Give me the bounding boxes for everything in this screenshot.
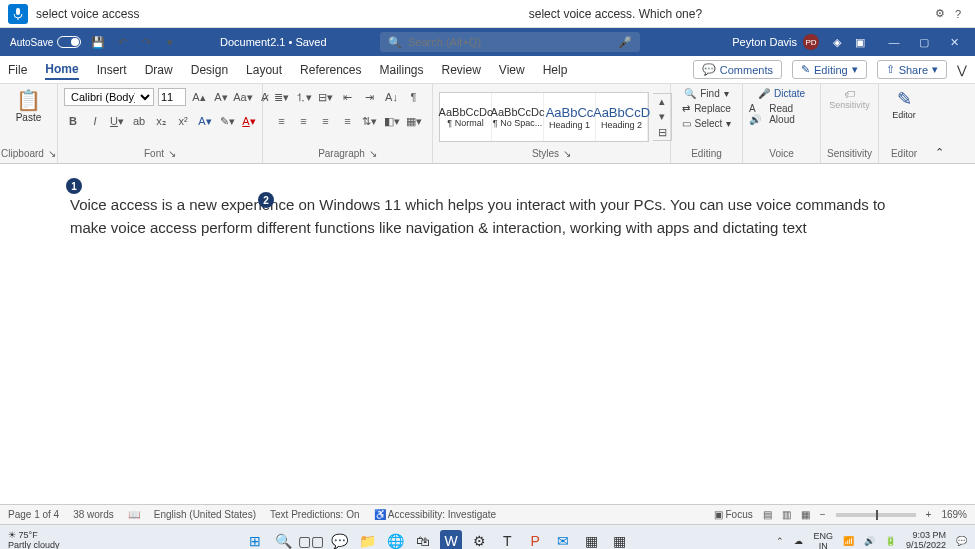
app-icon[interactable]: ▦ [580, 530, 602, 549]
search-box[interactable]: 🔍 🎤 [380, 32, 640, 52]
tab-home[interactable]: Home [45, 60, 78, 80]
document-body-text[interactable]: Voice access is a new experience on Wind… [70, 194, 905, 239]
comments-button[interactable]: 💬 Comments [693, 60, 782, 79]
style-nospacing[interactable]: AaBbCcDc¶ No Spac... [492, 93, 544, 141]
edge-icon[interactable]: 🌐 [384, 530, 406, 549]
subscript-button[interactable]: x₂ [152, 112, 170, 130]
styles-down-icon[interactable]: ▾ [653, 109, 671, 124]
tray-chevron-icon[interactable]: ⌃ [776, 536, 784, 546]
outlook-icon[interactable]: ✉ [552, 530, 574, 549]
word-icon[interactable]: W [440, 530, 462, 549]
find-button[interactable]: 🔍 Find ▾ [684, 88, 728, 99]
app-mode-icon[interactable]: ▣ [855, 36, 865, 49]
strike-button[interactable]: ab [130, 112, 148, 130]
language-indicator[interactable]: ENGIN [813, 531, 833, 549]
tab-help[interactable]: Help [543, 61, 568, 79]
document-canvas[interactable]: 1 2 Voice access is a new experience on … [0, 164, 975, 504]
web-layout-icon[interactable]: ▦ [801, 509, 810, 520]
highlight-icon[interactable]: ✎▾ [218, 112, 236, 130]
start-button[interactable]: ⊞ [244, 530, 266, 549]
document-title[interactable]: Document2.1 • Saved [220, 36, 370, 48]
styles-up-icon[interactable]: ▴ [653, 94, 671, 109]
weather-widget[interactable]: ☀ 75°F Partly cloudy [8, 531, 98, 549]
teams-icon[interactable]: T [496, 530, 518, 549]
borders-icon[interactable]: ▦▾ [405, 112, 423, 130]
style-heading1[interactable]: AaBbCcHeading 1 [544, 93, 596, 141]
italic-button[interactable]: I [86, 112, 104, 130]
tab-insert[interactable]: Insert [97, 61, 127, 79]
volume-icon[interactable]: 🔊 [864, 536, 875, 546]
redo-icon[interactable]: ↷ [137, 33, 155, 51]
styles-more-icon[interactable]: ⊟ [653, 125, 671, 140]
tab-mailings[interactable]: Mailings [379, 61, 423, 79]
powerpoint-icon[interactable]: P [524, 530, 546, 549]
search-taskbar-icon[interactable]: 🔍 [272, 530, 294, 549]
zoom-out-icon[interactable]: − [820, 509, 826, 520]
bullets-icon[interactable]: ≣▾ [273, 88, 291, 106]
multilevel-icon[interactable]: ⊟▾ [317, 88, 335, 106]
undo-icon[interactable]: ↶ [113, 33, 131, 51]
chat-icon[interactable]: 💬 [328, 530, 350, 549]
tab-file[interactable]: File [8, 61, 27, 79]
shading-icon[interactable]: ◧▾ [383, 112, 401, 130]
word-count[interactable]: 38 words [73, 509, 114, 520]
voice-badge-1[interactable]: 1 [66, 178, 82, 194]
page-count[interactable]: Page 1 of 4 [8, 509, 59, 520]
align-left-icon[interactable]: ≡ [273, 112, 291, 130]
ribbon-options-icon[interactable]: ⋁ [957, 63, 967, 77]
autosave-toggle[interactable]: AutoSave [10, 36, 81, 48]
spellcheck-icon[interactable]: 📖 [128, 509, 140, 520]
help-icon[interactable]: ? [955, 8, 961, 20]
font-name-select[interactable]: Calibri (Body) [64, 88, 154, 106]
font-color-icon[interactable]: A▾ [240, 112, 258, 130]
change-case-icon[interactable]: Aa▾ [234, 88, 252, 106]
accessibility-status[interactable]: ♿ Accessibility: Investigate [374, 509, 497, 520]
align-right-icon[interactable]: ≡ [317, 112, 335, 130]
style-normal[interactable]: AaBbCcDc¶ Normal [440, 93, 492, 141]
tab-layout[interactable]: Layout [246, 61, 282, 79]
read-aloud-button[interactable]: A🔊 Read Aloud [749, 103, 814, 125]
grow-font-icon[interactable]: A▴ [190, 88, 208, 106]
dialog-launcher-icon[interactable]: ↘ [168, 148, 176, 159]
replace-button[interactable]: ⇄ Replace [682, 103, 731, 114]
focus-mode[interactable]: ▣ Focus [714, 509, 753, 520]
sort-icon[interactable]: A↓ [383, 88, 401, 106]
shrink-font-icon[interactable]: A▾ [212, 88, 230, 106]
dialog-launcher-icon[interactable]: ↘ [369, 148, 377, 159]
share-button[interactable]: ⇧ Share ▾ [877, 60, 947, 79]
bold-button[interactable]: B [64, 112, 82, 130]
print-layout-icon[interactable]: ▥ [782, 509, 791, 520]
clock[interactable]: 9:03 PM9/15/2022 [906, 531, 946, 549]
align-center-icon[interactable]: ≡ [295, 112, 313, 130]
select-button[interactable]: ▭ Select ▾ [682, 118, 732, 129]
tab-references[interactable]: References [300, 61, 361, 79]
underline-button[interactable]: U▾ [108, 112, 126, 130]
font-size-input[interactable] [158, 88, 186, 106]
dictate-button[interactable]: 🎤 Dictate [758, 88, 805, 99]
style-heading2[interactable]: AaBbCcDHeading 2 [596, 93, 648, 141]
voice-badge-2[interactable]: 2 [258, 192, 274, 208]
collapse-ribbon-icon[interactable]: ⌃ [935, 146, 944, 159]
minimize-button[interactable]: — [879, 28, 909, 56]
tab-draw[interactable]: Draw [145, 61, 173, 79]
increase-indent-icon[interactable]: ⇥ [361, 88, 379, 106]
dialog-launcher-icon[interactable]: ↘ [48, 148, 56, 159]
justify-icon[interactable]: ≡ [339, 112, 357, 130]
editor-button[interactable]: Editor [892, 110, 916, 120]
maximize-button[interactable]: ▢ [909, 28, 939, 56]
settings-icon[interactable]: ⚙ [935, 7, 945, 20]
text-predictions[interactable]: Text Predictions: On [270, 509, 359, 520]
dialog-launcher-icon[interactable]: ↘ [563, 148, 571, 159]
zoom-level[interactable]: 169% [941, 509, 967, 520]
text-effects-icon[interactable]: A▾ [196, 112, 214, 130]
show-marks-icon[interactable]: ¶ [405, 88, 423, 106]
app2-icon[interactable]: ▦ [608, 530, 630, 549]
tab-design[interactable]: Design [191, 61, 228, 79]
voice-search-icon[interactable]: 🎤 [618, 36, 632, 49]
qat-more-icon[interactable]: ▾ [161, 33, 179, 51]
save-icon[interactable]: 💾 [89, 33, 107, 51]
decrease-indent-icon[interactable]: ⇤ [339, 88, 357, 106]
taskview-icon[interactable]: ▢▢ [300, 530, 322, 549]
user-account[interactable]: Peyton Davis PD [732, 34, 819, 50]
styles-gallery[interactable]: AaBbCcDc¶ Normal AaBbCcDc¶ No Spac... Aa… [439, 92, 649, 142]
